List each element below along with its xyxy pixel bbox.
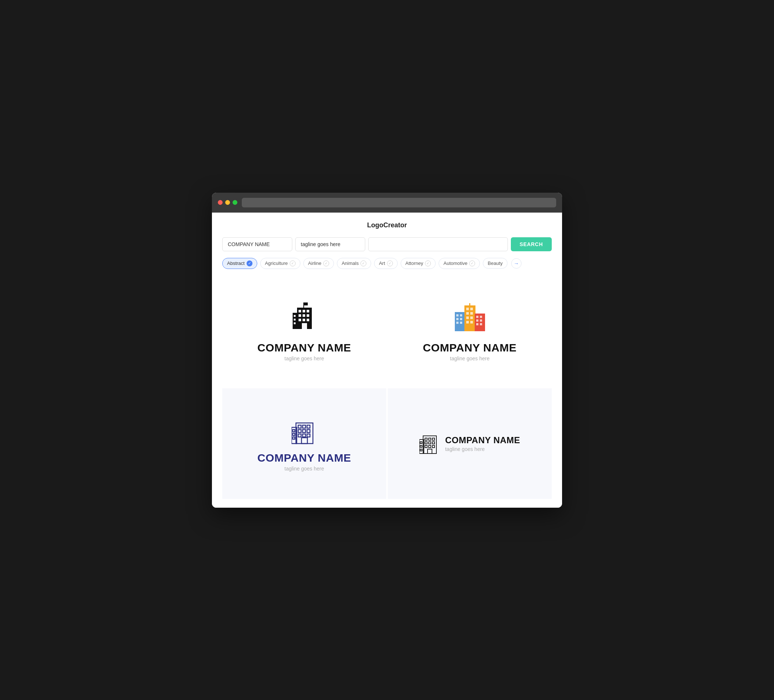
svg-rect-27	[466, 312, 469, 315]
svg-rect-4	[299, 310, 301, 312]
svg-rect-10	[299, 319, 301, 321]
svg-rect-60	[432, 438, 435, 440]
filter-abstract-check-icon	[246, 261, 253, 266]
filter-abstract[interactable]: Abstract	[222, 258, 257, 269]
svg-rect-48	[307, 429, 310, 433]
browser-dots	[218, 200, 237, 205]
filter-automotive[interactable]: Automotive	[438, 258, 480, 269]
svg-rect-19	[460, 314, 462, 317]
svg-rect-13	[294, 315, 296, 317]
svg-rect-37	[480, 319, 482, 322]
svg-rect-58	[425, 438, 427, 440]
svg-rect-45	[307, 425, 310, 428]
svg-rect-69	[420, 449, 422, 451]
svg-rect-31	[466, 321, 469, 324]
svg-rect-53	[293, 433, 295, 436]
filter-animals[interactable]: Animals	[337, 258, 371, 269]
logo-3-tagline: tagline goes here	[284, 466, 324, 472]
filter-airline[interactable]: Airline	[303, 258, 334, 269]
logo-4-company-name: COMPANY NAME	[445, 435, 521, 446]
maximize-button-dot[interactable]	[233, 200, 237, 205]
keyword-input[interactable]	[368, 237, 508, 251]
svg-rect-11	[303, 319, 305, 321]
svg-rect-44	[303, 425, 306, 428]
filter-beauty-label: Beauty	[488, 261, 502, 266]
filter-automotive-check-icon	[469, 261, 475, 266]
logo-card-2[interactable]: COMPANY NAME tagline goes here	[388, 276, 552, 387]
svg-rect-54	[293, 437, 295, 439]
svg-rect-70	[428, 449, 432, 454]
filter-animals-label: Animals	[342, 261, 359, 266]
svg-rect-28	[470, 312, 473, 315]
filter-attorney-check-icon	[425, 261, 431, 266]
svg-rect-52	[293, 429, 295, 432]
category-filters: Abstract Agriculture Airline Animals Art	[222, 258, 552, 269]
logo-1-company-name: COMPANY NAME	[257, 342, 351, 354]
logo-2-tagline: tagline goes here	[450, 355, 490, 362]
tagline-input[interactable]	[295, 237, 365, 251]
svg-rect-63	[432, 442, 435, 444]
browser-chrome	[212, 193, 562, 213]
filter-beauty[interactable]: Beauty	[483, 258, 507, 269]
svg-rect-34	[476, 316, 478, 318]
svg-rect-14	[294, 319, 296, 320]
search-bar: SEARCH	[222, 237, 552, 251]
svg-rect-8	[303, 314, 305, 317]
building-outline-icon	[291, 416, 318, 447]
filter-agriculture[interactable]: Agriculture	[260, 258, 300, 269]
company-name-input[interactable]	[222, 237, 292, 251]
svg-rect-43	[298, 425, 301, 428]
browser-window: LogoCreator SEARCH Abstract Agriculture …	[212, 193, 562, 508]
close-button-dot[interactable]	[218, 200, 223, 205]
filter-art-check-icon	[387, 261, 393, 266]
svg-rect-30	[470, 317, 473, 319]
svg-rect-9	[307, 314, 309, 317]
svg-rect-51	[307, 434, 310, 437]
svg-rect-55	[301, 438, 308, 444]
filter-attorney[interactable]: Attorney	[401, 258, 436, 269]
svg-rect-65	[428, 446, 431, 447]
minimize-button-dot[interactable]	[225, 200, 230, 205]
filter-abstract-label: Abstract	[227, 261, 245, 266]
svg-rect-23	[460, 322, 462, 324]
logo-card-4[interactable]: COMPANY NAME tagline goes here	[388, 388, 552, 499]
svg-rect-20	[456, 318, 458, 320]
svg-rect-5	[303, 310, 305, 312]
filter-airline-label: Airline	[308, 261, 321, 266]
building-color-icon	[453, 302, 486, 336]
svg-rect-26	[470, 308, 473, 310]
svg-rect-49	[298, 434, 301, 437]
filter-attorney-label: Attorney	[405, 261, 423, 266]
svg-rect-24	[465, 305, 475, 331]
svg-rect-61	[425, 442, 427, 444]
svg-rect-1	[303, 302, 308, 305]
address-bar[interactable]	[242, 198, 556, 207]
svg-rect-68	[420, 446, 422, 447]
svg-rect-36	[476, 319, 478, 322]
svg-rect-21	[460, 318, 462, 320]
svg-rect-66	[432, 446, 435, 447]
svg-rect-18	[456, 314, 458, 317]
svg-rect-38	[476, 323, 478, 325]
app-title: LogoCreator	[222, 221, 552, 229]
filters-next-button[interactable]: →	[511, 258, 521, 269]
logo-1-tagline: tagline goes here	[284, 355, 324, 362]
svg-rect-35	[480, 316, 482, 318]
svg-rect-40	[469, 303, 470, 306]
logo-4-inline-container: COMPANY NAME tagline goes here	[419, 431, 521, 456]
svg-rect-50	[303, 434, 306, 437]
building-black-icon	[290, 302, 319, 336]
svg-rect-39	[480, 323, 482, 325]
svg-rect-64	[425, 446, 427, 447]
logo-card-3[interactable]: COMPANY NAME tagline goes here	[222, 388, 386, 499]
logo-4-tagline: tagline goes here	[445, 446, 521, 452]
logo-card-1[interactable]: COMPANY NAME tagline goes here	[222, 276, 386, 387]
logo-3-company-name: COMPANY NAME	[257, 452, 351, 464]
filter-art[interactable]: Art	[374, 258, 398, 269]
logo-4-text-block: COMPANY NAME tagline goes here	[445, 435, 521, 452]
svg-rect-32	[470, 321, 473, 324]
svg-rect-29	[466, 317, 469, 319]
logo-2-company-name: COMPANY NAME	[423, 342, 516, 354]
svg-rect-67	[420, 442, 422, 444]
search-button[interactable]: SEARCH	[511, 237, 552, 251]
